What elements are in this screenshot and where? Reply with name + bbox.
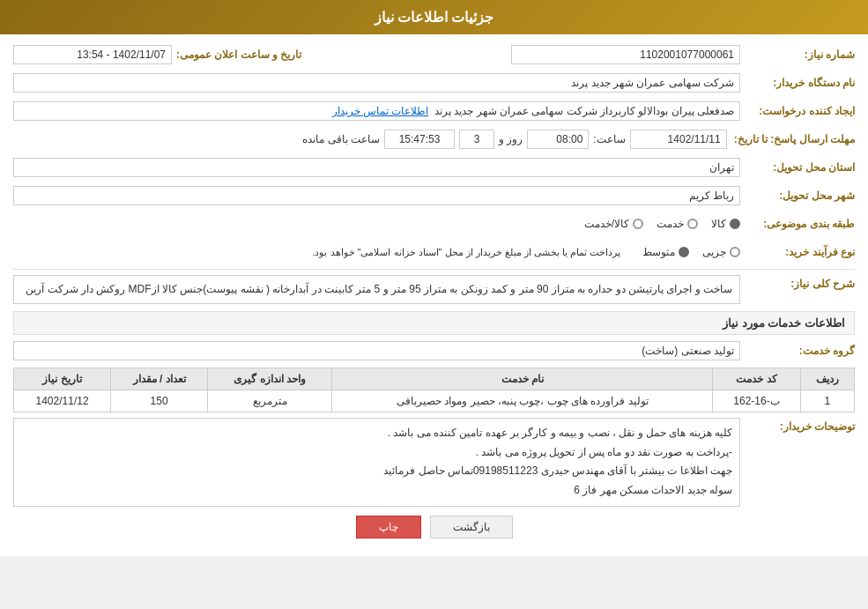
buyer-org-label: نام دستگاه خریدار: <box>740 77 855 89</box>
city-row: شهر محل تحویل: رباط کریم <box>13 184 855 207</box>
cell-unit: مترمربع <box>208 390 332 412</box>
need-number-label: شماره نیاز: <box>740 48 855 61</box>
radio-item-good-service[interactable]: کالا/خدمت <box>584 218 643 230</box>
response-deadline-row: مهلت ارسال پاسخ: تا تاریخ: 1402/11/11 سا… <box>13 128 855 151</box>
time-label: ساعت: <box>589 133 629 145</box>
cell-service-name: تولید فراورده های چوب ،چوب پنبه، حصیر وم… <box>332 390 713 412</box>
col-unit: واحد اندازه گیری <box>208 368 332 390</box>
table-row: 1 ب-16-162 تولید فراورده های چوب ،چوب پن… <box>14 390 855 412</box>
need-number-value: 1102001077000061 <box>511 45 740 64</box>
radio-service-label: خدمت <box>657 218 684 230</box>
contact-link[interactable]: اطلاعات تماس خریدار <box>332 105 429 117</box>
col-quantity: تعداد / مقدار <box>111 368 208 390</box>
buyer-notes-content: کلیه هزینه های حمل و نقل ، نصب و بیمه و … <box>13 418 740 506</box>
creator-row: ایجاد کننده درخواست: صدفعلی پیران بودالا… <box>13 100 855 123</box>
announce-time-value: 1402/11/07 - 13:54 <box>13 45 172 64</box>
service-group-value: تولید صنعتی (ساخت) <box>13 341 740 360</box>
page-container: جزئیات اطلاعات نیاز شماره نیاز: 11020010… <box>0 0 868 556</box>
buyer-notes-line3: جهت اطلاعا ت بیشتر با آقای مهندس حیدری 0… <box>21 462 732 481</box>
radio-item-service[interactable]: خدمت <box>657 218 698 230</box>
radio-partial[interactable]: جزیی <box>702 246 740 258</box>
page-header: جزئیات اطلاعات نیاز <box>0 0 868 34</box>
province-row: استان محل تحویل: تهران <box>13 156 855 179</box>
remaining-label: ساعت باقی مانده <box>298 133 384 145</box>
purchase-type-options: جزیی متوسط پرداخت تمام یا بخشی از مبلغ خ… <box>13 246 740 258</box>
creator-value: صدفعلی پیران بودالالو کاربرداز شرکت سهام… <box>13 101 740 121</box>
radio-good-service-icon <box>633 219 643 229</box>
col-row-num: ردیف <box>800 368 854 390</box>
radio-good-icon <box>730 219 740 229</box>
deadline-date-value: 1402/11/11 <box>630 130 727 149</box>
need-number-row: شماره نیاز: 1102001077000061 تاریخ و ساع… <box>13 43 855 66</box>
services-table: ردیف کد خدمت نام خدمت واحد اندازه گیری ت… <box>13 368 855 412</box>
back-button[interactable]: بازگشت <box>430 516 513 538</box>
page-title: جزئیات اطلاعات نیاز <box>375 10 494 25</box>
buyer-notes-line1: کلیه هزینه های حمل و نقل ، نصب و بیمه و … <box>21 424 732 443</box>
category-radio-group: کالا خدمت کالا/خدمت <box>13 218 740 230</box>
radio-medium-label: متوسط <box>642 246 675 258</box>
buyer-notes-row: توضیحات خریدار: کلیه هزینه های حمل و نقل… <box>13 418 855 506</box>
creator-label: ایجاد کننده درخواست: <box>740 105 855 117</box>
radio-partial-label: جزیی <box>702 246 726 258</box>
col-service-code: کد خدمت <box>713 368 800 390</box>
days-label: روز و <box>494 133 527 145</box>
radio-medium[interactable]: متوسط <box>642 246 689 258</box>
city-value: رباط کریم <box>13 186 740 205</box>
radio-service-icon <box>687 219 698 229</box>
buyer-org-value: شرکت سهامی عمران شهر جدید پرند <box>13 73 740 93</box>
category-label: طبقه بندی موضوعی: <box>740 218 855 230</box>
radio-partial-icon <box>730 247 740 257</box>
services-header: اطلاعات خدمات مورد نیاز <box>13 311 855 335</box>
announce-time-label: تاریخ و ساعت اعلان عمومی: <box>172 48 301 61</box>
col-service-name: نام خدمت <box>332 368 713 390</box>
service-group-label: گروه خدمت: <box>740 345 855 357</box>
cell-quantity: 150 <box>111 390 208 412</box>
col-date: تاریخ نیاز <box>14 368 111 390</box>
buyer-notes-label: توضیحات خریدار: <box>740 418 855 433</box>
buyer-notes-line2: -پرداخت به صورت نقد دو ماه پس از تحویل پ… <box>21 443 732 463</box>
province-label: استان محل تحویل: <box>740 161 855 174</box>
purchase-type-label: نوع فرآیند خرید: <box>740 246 855 258</box>
category-row: طبقه بندی موضوعی: کالا خدمت کالا/خدمت <box>13 212 855 235</box>
need-desc-label: شرح کلی نیاز: <box>740 275 855 290</box>
response-deadline-label: مهلت ارسال پاسخ: تا تاریخ: <box>727 133 855 145</box>
print-button[interactable]: چاپ <box>356 516 421 538</box>
need-desc-row: شرح کلی نیاز: ساخت و اجرای پارتیشن دو حد… <box>13 275 855 304</box>
purchase-note: پرداخت تمام یا بخشی از مبلغ خریدار از مح… <box>312 247 620 258</box>
province-value: تهران <box>13 158 740 177</box>
remaining-time-value: 15:47:53 <box>384 130 455 149</box>
radio-medium-icon <box>679 247 689 257</box>
radio-good-service-label: کالا/خدمت <box>584 218 629 230</box>
main-content: شماره نیاز: 1102001077000061 تاریخ و ساع… <box>0 34 868 556</box>
table-header-row: ردیف کد خدمت نام خدمت واحد اندازه گیری ت… <box>14 368 855 390</box>
radio-item-good[interactable]: کالا <box>711 218 740 230</box>
days-value: 3 <box>459 130 494 149</box>
city-label: شهر محل تحویل: <box>740 189 855 202</box>
cell-service-code: ب-16-162 <box>713 390 800 412</box>
radio-good-label: کالا <box>711 218 726 230</box>
service-group-row: گروه خدمت: تولید صنعتی (ساخت) <box>13 339 855 362</box>
cell-date: 1402/11/12 <box>14 390 111 412</box>
cell-row-num: 1 <box>800 390 854 412</box>
buyer-org-row: نام دستگاه خریدار: شرکت سهامی عمران شهر … <box>13 71 855 94</box>
deadline-time-value: 08:00 <box>527 130 589 149</box>
buyer-notes-line4: سوله جدید الاحداث مسکن مهر فاز 6 <box>21 481 732 501</box>
purchase-type-row: نوع فرآیند خرید: جزیی متوسط پرداخت تمام … <box>13 241 855 264</box>
button-row: بازگشت چاپ <box>13 516 855 538</box>
need-desc-value: ساخت و اجرای پارتیشن دو حداره به متراز 9… <box>13 275 740 304</box>
